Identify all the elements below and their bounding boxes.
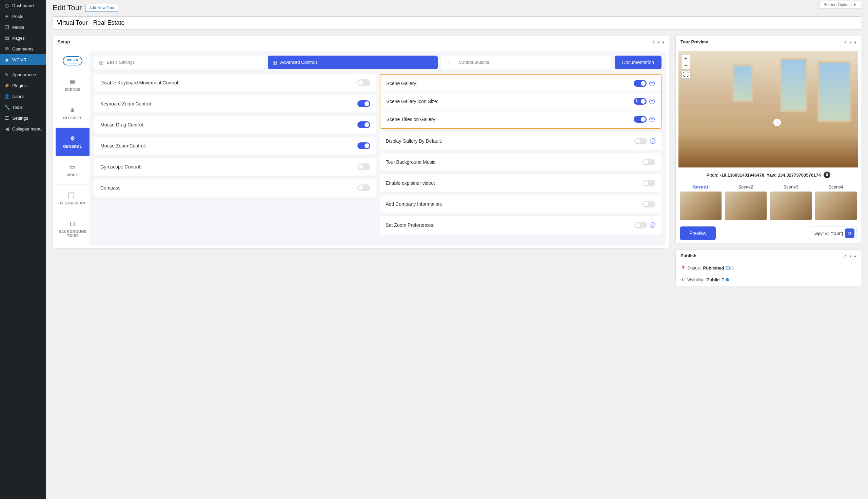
frame-icon: ▢ (70, 220, 75, 227)
sidebar-item-dashboard[interactable]: ◷Dashboard (0, 0, 46, 11)
side-tab-scenes[interactable]: ▣SCENES (56, 71, 89, 99)
side-tab-general[interactable]: ⚙GENERAL (56, 128, 89, 156)
sub-tab-advanced-controls[interactable]: ▦Advanced Controls (268, 56, 438, 69)
scene-thumb-1[interactable]: Scene1 (680, 182, 722, 220)
page-icon: ▤ (4, 35, 10, 41)
video-icon: ▭ (70, 164, 75, 170)
thumb-image (680, 192, 722, 220)
screen-options-toggle[interactable]: Screen Options ▼ (819, 1, 861, 9)
gear-icon: ⚙ (70, 135, 75, 142)
comment-icon: ✉ (4, 46, 10, 51)
preview-button[interactable]: Preview (680, 227, 716, 240)
sidebar-item-users[interactable]: 👤Users (0, 91, 46, 102)
info-icon[interactable]: ? (650, 222, 656, 228)
edit-visibility-link[interactable]: Edit (722, 277, 729, 282)
toggle-scene-titles-on-gallery[interactable] (634, 116, 647, 123)
sidebar-item-pages[interactable]: ▤Pages (0, 33, 46, 44)
setting-scene-gallery: Scene Gallery:? (380, 75, 661, 93)
box-toggle-icon[interactable]: ▴ (662, 40, 664, 45)
wpvr-icon: ◆ (4, 57, 10, 62)
toggle-compass[interactable] (357, 184, 370, 191)
side-tab-video[interactable]: ▭VIDEO (56, 156, 89, 185)
sidebar-item-tools[interactable]: 🔧Tools (0, 102, 46, 112)
copy-icon[interactable]: ⧉ (845, 229, 854, 238)
sidebar-item-collapse[interactable]: ◀Collapse menu (0, 123, 46, 134)
box-move-up-icon[interactable]: ∧ (652, 40, 655, 45)
setting-company-info: Add Company Information: (380, 195, 662, 213)
download-icon[interactable]: ⬇ (823, 171, 830, 178)
target-icon: ⊕ (70, 107, 75, 113)
box-move-down-icon[interactable]: ∨ (849, 254, 852, 258)
toggle-explainer-video[interactable] (643, 180, 656, 186)
toggle-company-info[interactable] (643, 201, 656, 207)
scene-gallery-highlight-group: Scene Gallery:? Scene Gallery Icon Size:… (380, 74, 662, 129)
info-icon[interactable]: ? (649, 117, 655, 122)
toggle-mouse-drag[interactable] (357, 121, 370, 128)
sidebar-item-posts[interactable]: ✦Posts (0, 11, 46, 22)
zoom-out-button[interactable]: − (682, 62, 690, 69)
toggle-background-music[interactable] (643, 159, 656, 166)
edit-status-link[interactable]: Edit (726, 265, 734, 270)
setting-mouse-drag: Mouse Drag Control: (94, 116, 376, 134)
sidebar-item-settings[interactable]: ☰Settings (0, 112, 46, 123)
tour-title-input[interactable] (52, 16, 861, 29)
tour-preview-title: Tour Preview (681, 39, 708, 45)
sidebar-item-wpvr[interactable]: ◆WP VR (0, 54, 46, 65)
toggle-disable-keyboard-movement[interactable] (357, 79, 370, 86)
media-icon: ❒ (4, 24, 10, 30)
gauge-icon: ◷ (4, 3, 10, 8)
info-icon[interactable]: ? (650, 138, 656, 144)
side-tab-background-tour[interactable]: ▢BACKGROUND TOUR (56, 213, 89, 245)
zoom-in-button[interactable]: + (682, 54, 690, 62)
sidebar-item-comments[interactable]: ✉Comments (0, 44, 46, 54)
setting-explainer-video: Enable explainer video: (380, 174, 662, 192)
info-icon[interactable]: ? (649, 99, 655, 104)
box-toggle-icon[interactable]: ▴ (854, 254, 856, 258)
plug-icon: ⚡ (4, 83, 10, 88)
fullscreen-button[interactable]: ⛶ (682, 71, 690, 78)
scene-thumb-4[interactable]: Scene4 (815, 182, 857, 220)
documentation-button[interactable]: Documentation (615, 56, 661, 69)
setup-metabox: Setup ∧ ∨ ▴ WP VR ▣SCENES ⊕HOTSPOT ⚙G (52, 36, 669, 248)
box-move-up-icon[interactable]: ∧ (844, 254, 847, 258)
sliders-icon: ☰ (4, 115, 10, 121)
pitch-yaw-readout: Pitch: -19.136031431946478, Yaw: 134.327… (678, 168, 858, 182)
setting-scene-gallery-icon-size: Scene Gallery Icon Size:? (380, 93, 661, 110)
toggle-scene-gallery[interactable] (634, 80, 647, 87)
scene-thumb-2[interactable]: Scene2 (725, 182, 767, 220)
publish-status-row: 📍 Status: Published Edit (676, 262, 861, 274)
sidebar-item-media[interactable]: ❒Media (0, 22, 46, 33)
admin-sidebar: ◷Dashboard ✦Posts ❒Media ▤Pages ✉Comment… (0, 0, 46, 299)
collapse-icon: ◀ (4, 126, 10, 132)
toggle-keyboard-zoom[interactable] (357, 100, 370, 107)
sub-tab-basic-settings[interactable]: ▦Basic Settings (94, 56, 265, 69)
side-tab-floor-plan[interactable]: ⃞FLOOR PLAN (56, 185, 89, 213)
shortcode-text: [wpvr id="156"] (814, 231, 843, 236)
toggle-mouse-zoom[interactable] (357, 142, 370, 149)
info-icon[interactable]: ? (649, 81, 655, 86)
box-toggle-icon[interactable]: ▴ (854, 40, 856, 45)
toggle-scene-gallery-icon-size[interactable] (634, 98, 647, 105)
preview-panorama[interactable]: + − ⛶ ↑ (678, 51, 858, 168)
publish-visibility-row: 👁 Visibility: Public Edit (676, 274, 861, 286)
scene-thumb-3[interactable]: Scene3 (770, 182, 812, 220)
toggle-gyroscope[interactable] (357, 163, 370, 170)
thumb-image (770, 192, 812, 220)
toggle-zoom-preferences[interactable] (634, 222, 647, 229)
nav-arrow-icon[interactable]: ↑ (773, 119, 781, 126)
sidebar-item-appearance[interactable]: ✎Appearance (0, 69, 46, 80)
setting-zoom-preferences: Set Zoom Preferences:? (380, 216, 662, 234)
box-move-up-icon[interactable]: ∧ (844, 40, 847, 45)
setting-background-music: Tour Background Music: (380, 153, 662, 171)
box-move-down-icon[interactable]: ∨ (849, 40, 852, 45)
box-move-down-icon[interactable]: ∨ (657, 40, 660, 45)
grid-icon: ▦ (273, 59, 277, 65)
add-new-tour-button[interactable]: Add New Tour (85, 4, 118, 12)
sidebar-item-plugins[interactable]: ⚡Plugins (0, 80, 46, 91)
setting-mouse-zoom: Mouse Zoom Control: (94, 137, 376, 155)
sub-tab-control-buttons[interactable]: ⋮⋮Control Buttons (441, 56, 611, 69)
pin-icon: 📍 (681, 265, 685, 270)
thumb-image (725, 192, 767, 220)
side-tab-hotspot[interactable]: ⊕HOTSPOT (56, 99, 89, 128)
toggle-display-gallery-default[interactable] (634, 138, 647, 144)
